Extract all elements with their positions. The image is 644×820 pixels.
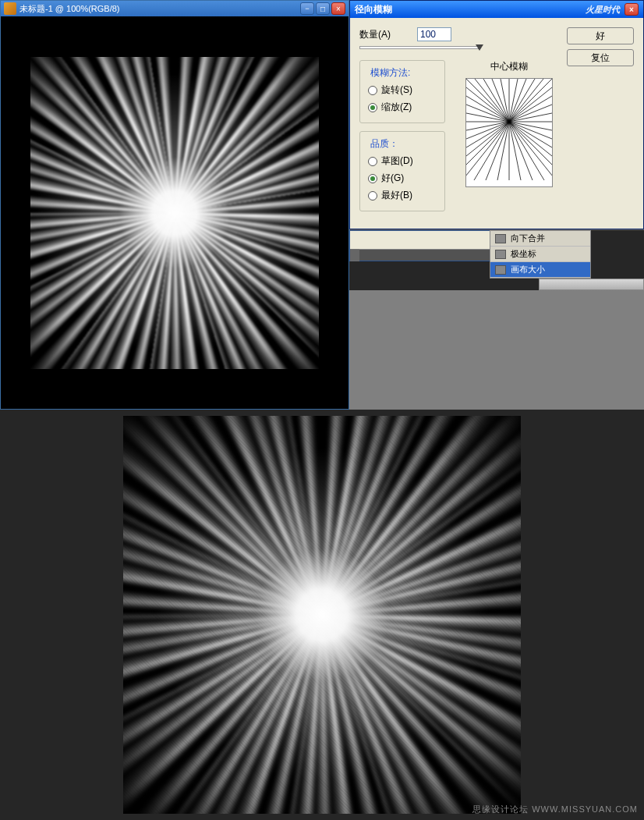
- quality-draft-radio[interactable]: 草图(D): [368, 154, 437, 168]
- svg-line-27: [465, 122, 509, 133]
- quality-best-label: 最好(B): [381, 189, 412, 202]
- brand-watermark: 火星时代: [586, 4, 620, 16]
- radio-icon: [368, 174, 377, 183]
- svg-line-7: [509, 78, 533, 122]
- amount-slider[interactable]: [359, 46, 480, 49]
- quality-good-label: 好(G): [381, 172, 404, 185]
- method-legend: 模糊方法:: [368, 66, 412, 80]
- svg-line-39: [509, 122, 553, 169]
- radio-icon: [368, 103, 377, 112]
- history-item-merge-down[interactable]: 向下合并: [490, 231, 590, 247]
- minimize-button[interactable]: －: [300, 2, 314, 15]
- svg-line-15: [497, 122, 509, 180]
- reset-button[interactable]: 复位: [567, 49, 634, 66]
- close-button[interactable]: ×: [331, 2, 345, 15]
- method-zoom-radio[interactable]: 缩放(Z): [368, 101, 437, 114]
- history-step-icon: [495, 250, 506, 259]
- svg-line-14: [486, 122, 509, 180]
- svg-line-37: [509, 122, 553, 145]
- svg-line-36: [509, 122, 553, 133]
- dialog-titlebar[interactable]: 径向模糊 火星时代 ×: [350, 1, 643, 18]
- svg-line-17: [509, 122, 521, 180]
- svg-line-0: [465, 78, 509, 122]
- history-item-label: 画布大小: [511, 264, 545, 275]
- document-title: 未标题-1 @ 100%(RGB/8): [19, 3, 300, 15]
- svg-line-19: [509, 122, 544, 180]
- svg-line-24: [465, 98, 509, 122]
- panel-footer: [539, 279, 644, 290]
- svg-line-25: [465, 110, 509, 122]
- radial-blur-dialog: 径向模糊 火星时代 × 数量(A) 模糊方法:: [349, 0, 644, 229]
- dialog-close-button[interactable]: ×: [625, 3, 639, 16]
- document-titlebar[interactable]: 未标题-1 @ 100%(RGB/8) － □ ×: [1, 1, 349, 16]
- quality-legend: 品质：: [368, 137, 401, 151]
- slider-thumb[interactable]: [476, 44, 483, 51]
- svg-line-28: [465, 122, 509, 145]
- blur-center-preview[interactable]: [465, 78, 553, 187]
- history-step-icon: [495, 265, 506, 275]
- history-item-polar[interactable]: 极坐标: [490, 247, 590, 262]
- svg-line-6: [509, 78, 521, 122]
- canvas-image: [30, 57, 319, 369]
- result-image: [123, 416, 521, 814]
- history-item-label: 极坐标: [511, 248, 536, 260]
- dialog-title: 径向模糊: [355, 3, 586, 16]
- tool-icon[interactable]: [358, 249, 359, 261]
- app-icon: [4, 2, 16, 15]
- svg-line-34: [509, 110, 553, 122]
- radio-icon: [368, 157, 377, 166]
- radio-icon: [368, 191, 377, 201]
- svg-line-13: [474, 122, 509, 180]
- history-step-icon: [495, 234, 506, 243]
- quality-good-radio[interactable]: 好(G): [368, 172, 437, 185]
- preview-label: 中心模糊: [490, 60, 528, 73]
- history-item-canvas-size[interactable]: 画布大小: [490, 262, 590, 278]
- svg-line-33: [509, 98, 553, 122]
- method-spin-label: 旋转(S): [381, 83, 412, 97]
- radio-icon: [368, 86, 377, 95]
- svg-line-10: [509, 78, 553, 122]
- maximize-button[interactable]: □: [316, 2, 330, 15]
- panel-toolbar: [350, 250, 490, 261]
- workspace-background: [349, 290, 644, 410]
- amount-label: 数量(A): [359, 28, 391, 41]
- quality-group: 品质： 草图(D) 好(G): [359, 131, 445, 211]
- history-panel: 向下合并 极坐标 画布大小: [490, 230, 591, 279]
- result-image-area: 思缘设计论坛 WWW.MISSYUAN.COM: [0, 410, 644, 820]
- svg-line-3: [486, 78, 509, 122]
- svg-line-18: [509, 122, 533, 180]
- svg-line-4: [497, 78, 509, 122]
- method-zoom-label: 缩放(Z): [381, 101, 412, 114]
- site-watermark: 思缘设计论坛 WWW.MISSYUAN.COM: [472, 804, 638, 815]
- method-spin-radio[interactable]: 旋转(S): [368, 83, 437, 97]
- svg-line-30: [465, 122, 509, 169]
- blur-method-group: 模糊方法: 旋转(S) 缩放(Z): [359, 60, 445, 123]
- preview-graphic: [465, 78, 553, 180]
- document-canvas[interactable]: [1, 16, 349, 409]
- quality-draft-label: 草图(D): [381, 154, 413, 168]
- history-item-label: 向下合并: [511, 233, 545, 244]
- amount-input[interactable]: [417, 27, 451, 41]
- panel-strip: 向下合并 极坐标 画布大小: [349, 229, 644, 290]
- document-window: 未标题-1 @ 100%(RGB/8) － □ ×: [0, 0, 349, 410]
- ok-button[interactable]: 好: [567, 27, 634, 44]
- quality-best-radio[interactable]: 最好(B): [368, 189, 437, 202]
